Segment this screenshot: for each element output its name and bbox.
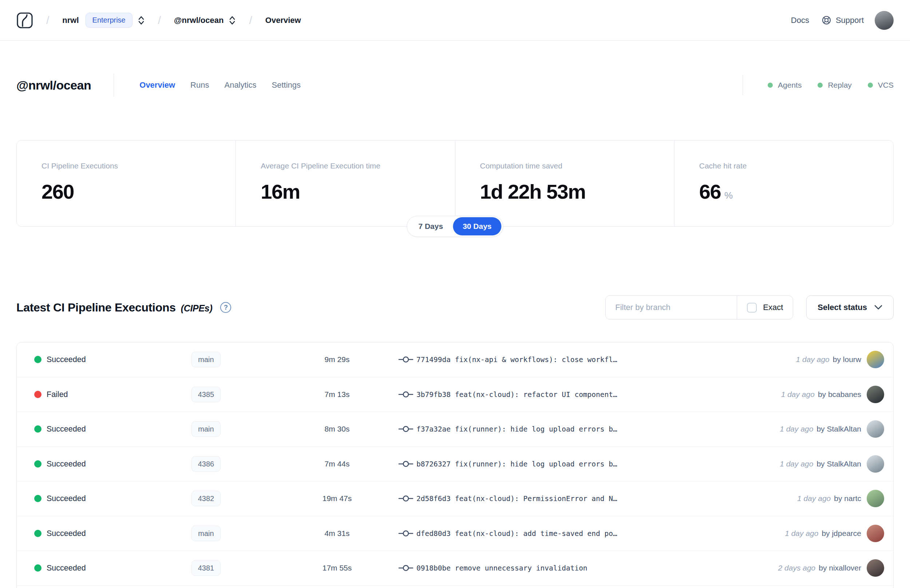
duration: 9m 29s [288, 355, 386, 364]
time-ago: 1 day ago [780, 460, 813, 468]
cipe-section-header: Latest CI Pipeline Executions (CIPEs) ? … [0, 296, 910, 320]
select-status-dropdown[interactable]: Select status [806, 296, 894, 320]
help-icon[interactable]: ? [220, 302, 231, 313]
docs-link[interactable]: Docs [791, 16, 809, 25]
vcs-status-dot-icon [868, 82, 873, 88]
stat-cache-hit-rate: Cache hit rate 66% [674, 141, 893, 226]
stats-section: CI Pipeline Executions 260 Average CI Pi… [16, 140, 894, 227]
commit-message: feat(nx-cloud): refactor UI component… [455, 390, 617, 399]
status-dot-icon [34, 460, 42, 468]
duration: 17m 55s [288, 564, 386, 572]
commit-hash: b8726327 [416, 460, 451, 468]
stat-value: 16m [260, 180, 430, 204]
time-ago: 1 day ago [797, 494, 831, 502]
tab-analytics[interactable]: Analytics [224, 81, 256, 90]
status-label: Succeeded [47, 459, 86, 468]
breadcrumb-workspace[interactable]: @nrwl/ocean [174, 16, 223, 25]
author: by bcabanes [818, 390, 861, 399]
workspace-header: @nrwl/ocean Overview Runs Analytics Sett… [0, 73, 910, 97]
table-row[interactable]: Succeeded main 4m 31s dfed80d3 feat(nx-c… [17, 516, 893, 551]
avatar [867, 386, 884, 403]
author: by nartc [834, 494, 861, 502]
exact-match-toggle[interactable]: Exact [737, 296, 793, 319]
duration: 8m 30s [288, 425, 386, 433]
status-dot-icon [34, 391, 42, 398]
user-avatar[interactable] [875, 11, 894, 30]
commit-meta: 1 day agoby StalkAltan [780, 425, 861, 433]
commit-text: dfed80d3 feat(nx-cloud): add time-saved … [416, 529, 617, 538]
author: by StalkAltan [816, 460, 861, 468]
branch-filter-group: Exact [605, 296, 793, 320]
commit-meta: 1 day agoby StalkAltan [780, 460, 861, 468]
breadcrumb-separator: / [249, 14, 252, 27]
status-dot-icon [34, 425, 42, 433]
commit-text: 0918b0be remove unnecessary invalidation [416, 564, 587, 572]
agents-status-dot-icon [768, 82, 773, 88]
cipe-table: Succeeded main 9m 29s 771499da fix(nx-ap… [16, 342, 894, 588]
branch-badge: 4381 [191, 561, 221, 576]
indicator-vcs: VCS [868, 81, 894, 89]
commit-text: 3b79fb38 feat(nx-cloud): refactor UI com… [416, 390, 617, 399]
status-label: Succeeded [47, 529, 86, 538]
divider [113, 73, 114, 97]
git-commit-icon [398, 459, 414, 468]
breadcrumb-separator: / [46, 14, 49, 27]
table-row[interactable]: Succeeded 4386 7m 44s b8726327 fix(runne… [17, 447, 893, 482]
support-link[interactable]: Support [836, 16, 864, 25]
status-label: Failed [47, 390, 68, 399]
table-row[interactable]: Succeeded main 9m 29s 771499da fix(nx-ap… [17, 342, 893, 377]
tab-settings[interactable]: Settings [272, 81, 301, 90]
git-commit-icon [398, 494, 414, 503]
tab-runs[interactable]: Runs [191, 81, 209, 90]
author: by nixallover [819, 564, 861, 572]
nx-cloud-logo-icon[interactable] [16, 12, 33, 29]
commit-text: f37a32ae fix(runner): hide log upload er… [416, 425, 617, 433]
exact-checkbox[interactable] [747, 303, 757, 313]
time-ago: 2 days ago [778, 564, 816, 572]
table-row[interactable]: Succeeded main 8m 30s f37a32ae fix(runne… [17, 412, 893, 447]
commit-meta: 1 day agoby bcabanes [781, 390, 861, 399]
date-range-toggle: 7 Days 30 Days [407, 216, 503, 237]
commit-text: 2d58f6d3 feat(nx-cloud): PermissionError… [416, 494, 617, 503]
status-dot-icon [34, 564, 42, 572]
duration: 19m 47s [288, 494, 386, 503]
tab-overview[interactable]: Overview [139, 81, 175, 90]
stat-value: 260 [42, 180, 211, 204]
org-switcher-chevrons-icon[interactable] [137, 15, 145, 26]
avatar [867, 351, 884, 368]
commit-text: b8726327 fix(runner): hide log upload er… [416, 460, 617, 468]
branch-badge: 4385 [191, 386, 221, 402]
table-row[interactable]: Succeeded 4382 19m 47s 2d58f6d3 feat(nx-… [17, 481, 893, 516]
range-30-days-button[interactable]: 30 Days [453, 217, 501, 236]
commit-hash: 2d58f6d3 [416, 494, 451, 503]
stats-cards: CI Pipeline Executions 260 Average CI Pi… [16, 140, 894, 227]
commit-hash: 0918b0be [416, 564, 451, 572]
time-ago: 1 day ago [781, 390, 815, 399]
commit-message: fix(runner): hide log upload errors b… [455, 460, 617, 468]
table-row[interactable]: Failed 4385 7m 13s 3b79fb38 feat(nx-clou… [17, 377, 893, 412]
status-label: Succeeded [47, 494, 86, 503]
commit-message: feat(nx-cloud): PermissionError and N… [455, 494, 617, 503]
breadcrumb-separator: / [158, 14, 161, 27]
author: by lourw [833, 355, 861, 363]
status-label: Succeeded [47, 564, 86, 573]
replay-status-dot-icon [818, 82, 823, 88]
branch-filter-input[interactable] [606, 296, 737, 319]
stat-computation-time-saved: Computation time saved 1d 22h 53m [455, 141, 674, 226]
status-dot-icon [34, 356, 42, 363]
git-commit-icon [398, 563, 414, 573]
branch-badge: main [191, 525, 220, 541]
commit-message: feat(nx-cloud): add time-saved end po… [455, 529, 617, 538]
commit-message: fix(runner): hide log upload errors b… [455, 425, 617, 433]
breadcrumb-page: Overview [265, 16, 301, 25]
breadcrumb-org[interactable]: nrwl [62, 16, 79, 25]
commit-hash: 3b79fb38 [416, 390, 451, 399]
cipe-title: Latest CI Pipeline Executions (CIPEs) [16, 301, 212, 314]
table-row[interactable]: Succeeded 4381 17m 55s 0918b0be remove u… [17, 551, 893, 586]
time-ago: 1 day ago [785, 529, 818, 538]
workspace-title: @nrwl/ocean [16, 78, 91, 92]
range-7-days-button[interactable]: 7 Days [408, 217, 453, 236]
workspace-switcher-chevrons-icon[interactable] [229, 15, 236, 26]
git-commit-icon [398, 424, 414, 434]
commit-message: fix(nx-api & workflows): close workfl… [455, 355, 617, 364]
